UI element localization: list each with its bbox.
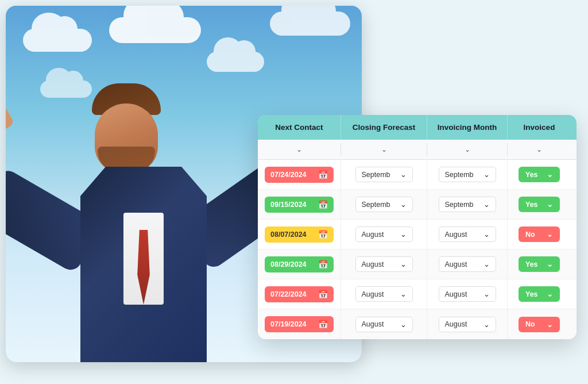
invoicing-month-cell: August⌄: [427, 220, 508, 249]
chevron-down-icon[interactable]: ⌄: [536, 145, 542, 153]
chevron-down-icon[interactable]: ⌄: [296, 145, 302, 153]
date-badge[interactable]: 08/07/2024📅: [265, 226, 334, 243]
date-badge[interactable]: 07/22/2024📅: [265, 286, 334, 302]
person-body: [80, 121, 207, 362]
chevron-down-icon: ⌄: [547, 170, 553, 179]
data-table-panel: Next Contact Closing Forecast Invoicing …: [258, 115, 577, 339]
date-badge[interactable]: 07/19/2024📅: [265, 316, 334, 332]
cloud-4: [270, 11, 350, 36]
next-contact-cell: 08/29/2024📅: [258, 249, 341, 279]
calendar-icon: 📅: [318, 200, 328, 209]
invoiced-cell: Yes⌄: [508, 190, 571, 219]
table-row: 07/22/2024📅August⌄August⌄Yes⌄: [258, 279, 577, 309]
invoiced-badge[interactable]: Yes⌄: [519, 197, 560, 212]
chevron-down-icon: ⌄: [400, 290, 407, 298]
invoicing-month-dropdown[interactable]: Septemb⌄: [439, 197, 496, 212]
jacket: [80, 167, 207, 362]
invoiced-badge[interactable]: Yes⌄: [519, 286, 560, 302]
closing-forecast-dropdown[interactable]: August⌄: [355, 256, 413, 272]
chevron-down-icon: ⌄: [400, 320, 407, 329]
chevron-down-icon: ⌄: [400, 260, 407, 268]
chevron-down-icon: ⌄: [483, 230, 490, 239]
calendar-icon: 📅: [318, 290, 328, 299]
next-contact-cell: 07/22/2024📅: [258, 279, 341, 309]
invoicing-month-cell: August⌄: [427, 279, 508, 309]
next-contact-cell: 09/15/2024📅: [258, 190, 341, 219]
closing-forecast-dropdown[interactable]: August⌄: [355, 286, 413, 302]
date-badge[interactable]: 08/29/2024📅: [265, 256, 334, 272]
table-row: 08/29/2024📅August⌄August⌄Yes⌄: [258, 249, 577, 279]
invoicing-month-cell: August⌄: [427, 309, 508, 339]
invoiced-cell: No⌄: [508, 220, 571, 249]
table-rows: 07/24/2024📅Septemb⌄Septemb⌄Yes⌄09/15/202…: [258, 160, 577, 339]
invoicing-month-dropdown[interactable]: Septemb⌄: [439, 167, 496, 182]
chevron-down-icon: ⌄: [483, 170, 490, 179]
closing-forecast-cell: August⌄: [341, 249, 427, 279]
closing-forecast-cell: August⌄: [341, 309, 427, 339]
closing-forecast-dropdown[interactable]: August⌄: [355, 317, 413, 332]
closing-forecast-dropdown[interactable]: Septemb⌄: [355, 197, 413, 212]
calendar-icon: 📅: [318, 320, 328, 329]
closing-forecast-cell: Septemb⌄: [341, 190, 427, 219]
chevron-down-icon: ⌄: [483, 200, 490, 209]
invoiced-badge[interactable]: Yes⌄: [519, 167, 560, 182]
chevron-down-icon: ⌄: [400, 170, 407, 179]
chevron-down-icon: ⌄: [547, 230, 553, 239]
table-row: 07/24/2024📅Septemb⌄Septemb⌄Yes⌄: [258, 160, 577, 190]
invoicing-month-dropdown[interactable]: August⌄: [439, 317, 496, 332]
calendar-icon: 📅: [318, 230, 328, 239]
cloud-2: [109, 17, 201, 43]
invoiced-cell: Yes⌄: [508, 279, 571, 309]
invoicing-month-cell: Septemb⌄: [427, 190, 508, 219]
chevron-down-icon: ⌄: [483, 260, 490, 268]
col-header-closing-forecast: Closing Forecast: [341, 115, 427, 140]
chevron-down-icon[interactable]: ⌄: [381, 145, 387, 153]
col-header-invoicing-month: Invoicing Month: [427, 115, 508, 140]
calendar-icon: 📅: [318, 260, 328, 269]
table-row: 08/07/2024📅August⌄August⌄No⌄: [258, 220, 577, 249]
col-header-next-contact: Next Contact: [258, 115, 341, 140]
chevron-down-icon: ⌄: [547, 260, 553, 268]
invoicing-month-dropdown[interactable]: August⌄: [439, 286, 496, 302]
chevron-down-icon: ⌄: [483, 320, 490, 329]
filter-closing-forecast[interactable]: ⌄: [341, 143, 427, 156]
closing-forecast-cell: Septemb⌄: [341, 160, 427, 189]
chevron-down-icon: ⌄: [547, 320, 553, 329]
chevron-down-icon: ⌄: [400, 200, 407, 209]
col-header-invoiced: Invoiced: [508, 115, 571, 140]
chevron-down-icon: ⌄: [400, 230, 407, 239]
date-badge[interactable]: 09/15/2024📅: [265, 197, 334, 213]
table-header: Next Contact Closing Forecast Invoicing …: [258, 115, 577, 140]
invoicing-month-dropdown[interactable]: August⌄: [439, 256, 496, 272]
person-figure: [34, 57, 264, 362]
invoiced-badge[interactable]: No⌄: [519, 226, 560, 242]
closing-forecast-cell: August⌄: [341, 279, 427, 309]
filter-invoiced[interactable]: ⌄: [508, 143, 571, 156]
invoicing-month-dropdown[interactable]: August⌄: [439, 226, 496, 242]
table-row: 07/19/2024📅August⌄August⌄No⌄: [258, 309, 577, 339]
invoiced-cell: Yes⌄: [508, 160, 571, 189]
filter-row: ⌄ ⌄ ⌄ ⌄: [258, 140, 577, 160]
invoiced-cell: No⌄: [508, 309, 571, 339]
closing-forecast-cell: August⌄: [341, 220, 427, 249]
invoiced-badge[interactable]: No⌄: [519, 317, 560, 332]
next-contact-cell: 08/07/2024📅: [258, 220, 341, 249]
closing-forecast-dropdown[interactable]: Septemb⌄: [355, 167, 413, 182]
closing-forecast-dropdown[interactable]: August⌄: [355, 226, 413, 242]
invoicing-month-cell: August⌄: [427, 249, 508, 279]
invoicing-month-cell: Septemb⌄: [427, 160, 508, 189]
next-contact-cell: 07/24/2024📅: [258, 160, 341, 189]
chevron-down-icon[interactable]: ⌄: [465, 145, 470, 153]
date-badge[interactable]: 07/24/2024📅: [265, 167, 334, 183]
filter-next-contact[interactable]: ⌄: [258, 143, 341, 156]
calendar-icon: 📅: [318, 170, 328, 179]
invoiced-badge[interactable]: Yes⌄: [519, 256, 560, 272]
chevron-down-icon: ⌄: [547, 200, 553, 209]
filter-invoicing-month[interactable]: ⌄: [427, 143, 508, 156]
table-row: 09/15/2024📅Septemb⌄Septemb⌄Yes⌄: [258, 190, 577, 220]
invoiced-cell: Yes⌄: [508, 249, 571, 279]
chevron-down-icon: ⌄: [483, 290, 490, 298]
chevron-down-icon: ⌄: [547, 290, 553, 298]
next-contact-cell: 07/19/2024📅: [258, 309, 341, 339]
cloud-1: [23, 29, 92, 52]
